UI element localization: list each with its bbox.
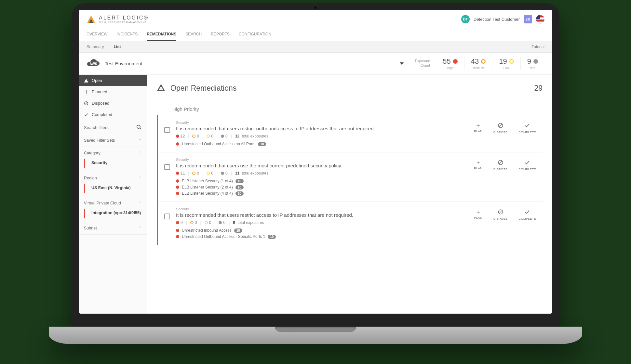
- card-title[interactable]: It is recommended that users restrict ac…: [176, 212, 468, 218]
- check-icon: [524, 209, 530, 216]
- environment-bar: AWS Test Environment Exposure Count 55 H…: [79, 53, 552, 75]
- chevron-up-icon: ⌃: [139, 176, 141, 180]
- card-metrics: 9|0|0|0|9 total exposures: [176, 220, 468, 225]
- remediation-card: SecurityIt is recommended that users res…: [158, 115, 543, 152]
- laptop-mock: ALERT LOGIC® SIEMLESS THREAT MANAGEMENT …: [72, 3, 559, 344]
- disposed-icon: [84, 101, 88, 106]
- subtab-summary[interactable]: Summary: [87, 41, 104, 52]
- exposure-high[interactable]: 55 High: [436, 57, 464, 70]
- sub-exposure[interactable]: ELB Listener Security (1 of 4)10: [176, 179, 468, 183]
- plus-icon: ＋: [475, 123, 481, 128]
- svg-line-6: [140, 128, 141, 129]
- dispose-button[interactable]: DISPOSE: [493, 123, 508, 134]
- check-icon: [524, 160, 530, 166]
- filter-section-region[interactable]: Region⌃: [79, 173, 147, 184]
- warning-icon: [84, 78, 88, 83]
- camera-dot: [314, 6, 317, 10]
- tutorial-link[interactable]: Tutorial: [531, 41, 544, 52]
- filter-value[interactable]: integration (vpc-314f9f55): [84, 209, 147, 218]
- remediation-card: SecurityIt is recommended that users use…: [158, 152, 543, 202]
- sub-exposure[interactable]: ELB Listener Security (4 of 4)10: [176, 191, 468, 196]
- account-name[interactable]: Detection Test Customer: [474, 17, 520, 22]
- laptop-bezel: ALERT LOGIC® SIEMLESS THREAT MANAGEMENT …: [72, 3, 559, 327]
- logo-icon: [87, 15, 96, 24]
- chevron-up-icon: ⌃: [139, 226, 141, 230]
- sub-exposure[interactable]: ELB Listener Security (2 of 4)10: [176, 185, 468, 189]
- environment-dropdown-icon[interactable]: [399, 61, 404, 67]
- chevron-up-icon: ⌃: [139, 201, 141, 205]
- plus-icon: [84, 90, 88, 94]
- filter-section-subnet[interactable]: Subnet⌃: [79, 223, 147, 234]
- filter-search[interactable]: [79, 122, 147, 133]
- app-body: OpenPlannedDisposedCompleted Saved Filte…: [79, 75, 552, 314]
- more-menu-icon[interactable]: ⋮: [533, 28, 544, 41]
- sidebar: OpenPlannedDisposedCompleted Saved Filte…: [79, 75, 147, 314]
- card-category: Security: [176, 158, 468, 162]
- app-screen: ALERT LOGIC® SIEMLESS THREAT MANAGEMENT …: [79, 10, 552, 314]
- laptop-base: [49, 327, 582, 344]
- select-checkbox[interactable]: [164, 127, 170, 133]
- dispose-button[interactable]: DISPOSE: [493, 160, 508, 171]
- filter-section-virtual-private-cloud[interactable]: Virtual Private Cloud⌃: [79, 198, 147, 209]
- svg-line-14: [499, 210, 502, 214]
- exposure-low[interactable]: 19 Low: [492, 57, 520, 70]
- svg-rect-8: [161, 89, 161, 90]
- card-title[interactable]: It is recommended that users restrict ou…: [176, 126, 468, 131]
- select-checkbox[interactable]: [164, 214, 170, 219]
- plus-icon: ＋: [475, 209, 481, 215]
- exposure-counts: Exposure Count 55 High43 Medium19 Low9 I…: [415, 57, 544, 70]
- plan-button[interactable]: ＋PLAN: [474, 123, 482, 133]
- remediation-card: SecurityIt is recommended that users res…: [158, 202, 543, 245]
- tab-remediations[interactable]: REMEDIATIONS: [147, 28, 176, 41]
- subtab-list[interactable]: List: [114, 41, 121, 52]
- check-icon: [524, 123, 530, 129]
- filter-search-input[interactable]: [84, 125, 134, 130]
- svg-rect-7: [161, 87, 161, 89]
- warning-icon: [157, 83, 165, 93]
- tab-overview[interactable]: OVERVIEW: [87, 28, 107, 41]
- tab-search[interactable]: SEARCH: [185, 28, 202, 41]
- logo-text-sub: SIEMLESS THREAT MANAGEMENT: [99, 21, 149, 24]
- svg-line-4: [85, 102, 87, 104]
- exposure-info[interactable]: 9 Info: [521, 57, 544, 70]
- card-category: Security: [176, 121, 468, 124]
- complete-button[interactable]: COMPLETE: [518, 209, 536, 220]
- secondary-tabs: SummaryListTutorial: [79, 41, 552, 53]
- card-metrics: 12|0|0|0|12 total exposures: [176, 134, 468, 138]
- complete-button[interactable]: COMPLETE: [518, 160, 536, 171]
- sidebar-state-open[interactable]: Open: [79, 75, 147, 86]
- plan-button[interactable]: ＋PLAN: [474, 160, 482, 170]
- environment-name[interactable]: Test Environment: [105, 61, 142, 66]
- tab-configuration[interactable]: CONFIGURATION: [239, 28, 271, 41]
- plan-button[interactable]: ＋PLAN: [474, 209, 482, 219]
- locale-flag-icon[interactable]: [536, 15, 544, 23]
- sub-exposure[interactable]: Unrestricted Inbound Access10: [176, 228, 468, 233]
- exposure-label-2: Count: [415, 63, 430, 68]
- select-checkbox[interactable]: [164, 164, 170, 170]
- sub-exposure[interactable]: Unrestricted Outbound Access - Specific …: [176, 234, 468, 239]
- sub-exposure[interactable]: Unrestricted Outbound Access on All Port…: [176, 142, 468, 146]
- sidebar-state-disposed[interactable]: Disposed: [79, 98, 147, 109]
- brand-logo[interactable]: ALERT LOGIC® SIEMLESS THREAT MANAGEMENT: [87, 15, 149, 24]
- sidebar-state-completed[interactable]: Completed: [79, 109, 147, 120]
- svg-line-12: [499, 161, 502, 164]
- chevron-up-icon: ⌃: [139, 138, 141, 143]
- account-avatar[interactable]: DT: [461, 15, 470, 23]
- svg-text:AWS: AWS: [90, 62, 97, 66]
- dispose-button[interactable]: DISPOSE: [493, 209, 508, 220]
- filter-section-category[interactable]: Category⌃: [79, 148, 147, 159]
- chevron-up-icon: ⌃: [139, 151, 141, 155]
- tab-incidents[interactable]: INCIDENTS: [116, 28, 138, 41]
- filter-value[interactable]: Security: [84, 159, 147, 168]
- tab-reports[interactable]: REPORTS: [211, 28, 230, 41]
- complete-button[interactable]: COMPLETE: [518, 123, 536, 134]
- exposure-medium[interactable]: 43 Medium: [464, 57, 492, 70]
- filter-section-saved-filter-sets[interactable]: Saved Filter Sets⌃: [79, 135, 147, 146]
- card-title[interactable]: It is recommended that users use the mos…: [176, 163, 468, 168]
- remediation-list: SecurityIt is recommended that users res…: [157, 115, 543, 245]
- search-icon[interactable]: [136, 124, 141, 131]
- sidebar-state-planned[interactable]: Planned: [79, 86, 147, 98]
- check-icon: [84, 112, 88, 117]
- user-avatar[interactable]: ZB: [524, 15, 532, 23]
- filter-value[interactable]: US East (N. Virginia): [84, 184, 147, 193]
